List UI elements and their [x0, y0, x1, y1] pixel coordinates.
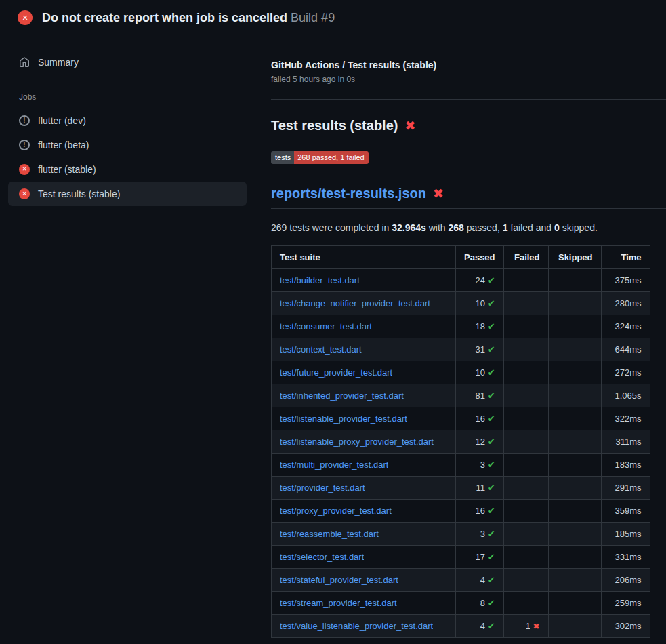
table-row: test/future_provider_test.dart10 ✔272ms — [272, 361, 650, 384]
sidebar-item-label: flutter (stable) — [38, 164, 96, 175]
suite-link[interactable]: test/stream_provider_test.dart — [280, 598, 397, 608]
sidebar-item-flutter-dev[interactable]: ! flutter (dev) — [8, 108, 247, 133]
passed-cell: 11 ✔ — [456, 477, 504, 500]
suite-cell: test/context_test.dart — [272, 338, 456, 361]
sidebar-item-label: flutter (dev) — [38, 115, 86, 126]
table-row: test/value_listenable_provider_test.dart… — [272, 615, 650, 638]
suite-link[interactable]: test/consumer_test.dart — [280, 321, 372, 331]
sidebar-item-test-results-stable[interactable]: ✕ Test results (stable) — [8, 182, 247, 206]
suite-link[interactable]: test/reassemble_test.dart — [280, 529, 379, 539]
passed-cell: 8 ✔ — [456, 592, 504, 615]
column-header-test-suite: Test suite — [272, 246, 456, 269]
suite-link[interactable]: test/listenable_proxy_provider_test.dart — [280, 437, 434, 447]
failed-cell — [503, 269, 548, 292]
suite-link[interactable]: test/future_provider_test.dart — [280, 367, 392, 378]
table-row: test/proxy_provider_test.dart16 ✔359ms — [272, 500, 650, 523]
page-layout: Summary Jobs ! flutter (dev) ! flutter (… — [0, 35, 666, 638]
summary-duration: 32.964s — [392, 222, 426, 233]
suite-link[interactable]: test/context_test.dart — [280, 344, 362, 355]
failed-status-icon: ✕ — [18, 10, 33, 25]
check-icon: ✔ — [488, 598, 495, 608]
skipped-cell — [548, 292, 601, 315]
skipped-cell — [548, 615, 601, 638]
table-header-row: Test suite Passed Failed Skipped Time — [272, 246, 650, 269]
time-cell: 302ms — [601, 615, 650, 638]
suite-cell: test/future_provider_test.dart — [272, 361, 456, 384]
time-cell: 324ms — [601, 315, 650, 338]
suite-cell: test/inherited_provider_test.dart — [272, 384, 456, 407]
failed-cell — [503, 546, 548, 569]
check-icon: ✔ — [488, 460, 495, 470]
sidebar-item-flutter-beta[interactable]: ! flutter (beta) — [8, 133, 247, 157]
passed-cell: 3 ✔ — [456, 523, 504, 546]
check-icon: ✔ — [488, 321, 495, 331]
suite-link[interactable]: test/selector_test.dart — [280, 552, 364, 562]
summary-skipped-count: 0 — [554, 222, 560, 233]
suite-link[interactable]: test/multi_provider_test.dart — [280, 460, 388, 470]
summary-text: failed and — [508, 222, 555, 233]
sidebar-item-summary[interactable]: Summary — [8, 50, 247, 75]
suite-link[interactable]: test/stateful_provider_test.dart — [280, 575, 398, 585]
time-cell: 331ms — [601, 546, 650, 569]
failed-cell — [503, 315, 548, 338]
column-header-time: Time — [601, 246, 650, 269]
time-cell: 291ms — [601, 477, 650, 500]
suite-link[interactable]: test/change_notifier_provider_test.dart — [280, 298, 430, 308]
failed-cell — [503, 292, 548, 315]
passed-cell: 18 ✔ — [456, 315, 504, 338]
suite-link[interactable]: test/provider_test.dart — [280, 483, 365, 493]
suite-cell: test/consumer_test.dart — [272, 315, 456, 338]
table-row: test/listenable_provider_test.dart16 ✔32… — [272, 407, 650, 430]
table-row: test/listenable_proxy_provider_test.dart… — [272, 430, 650, 454]
check-icon: ✔ — [488, 437, 495, 447]
time-cell: 185ms — [601, 523, 650, 546]
suite-link[interactable]: test/builder_test.dart — [280, 275, 360, 285]
table-row: test/multi_provider_test.dart3 ✔183ms — [272, 454, 650, 477]
passed-cell: 10 ✔ — [456, 361, 504, 384]
column-header-skipped: Skipped — [548, 246, 601, 269]
neutral-status-icon: ! — [19, 115, 30, 126]
failed-cell — [503, 338, 548, 361]
table-row: test/consumer_test.dart18 ✔324ms — [272, 315, 650, 338]
failed-status-icon: ✕ — [19, 164, 30, 175]
sidebar-item-flutter-stable[interactable]: ✕ flutter (stable) — [8, 157, 247, 182]
passed-cell: 4 ✔ — [456, 569, 504, 592]
check-icon: ✔ — [488, 367, 495, 378]
table-row: test/provider_test.dart11 ✔291ms — [272, 477, 650, 500]
suite-link[interactable]: test/inherited_provider_test.dart — [280, 390, 404, 401]
suite-cell: test/value_listenable_provider_test.dart — [272, 615, 456, 638]
failed-cell: 1 ✖ — [503, 615, 548, 638]
time-cell: 359ms — [601, 500, 650, 523]
suite-cell: test/builder_test.dart — [272, 269, 456, 292]
check-icon: ✔ — [488, 621, 495, 631]
check-icon: ✔ — [488, 298, 495, 308]
suite-link[interactable]: test/proxy_provider_test.dart — [280, 506, 392, 516]
failed-cell — [503, 477, 548, 500]
passed-cell: 10 ✔ — [456, 292, 504, 315]
skipped-cell — [548, 315, 601, 338]
suite-cell: test/provider_test.dart — [272, 477, 456, 500]
report-link[interactable]: reports/test-results.json — [271, 186, 426, 201]
time-cell: 644ms — [601, 338, 650, 361]
skipped-cell — [548, 407, 601, 430]
suite-link[interactable]: test/listenable_provider_test.dart — [280, 414, 407, 424]
passed-cell: 12 ✔ — [456, 430, 504, 454]
passed-cell: 81 ✔ — [456, 384, 504, 407]
column-header-failed: Failed — [503, 246, 548, 269]
suite-link[interactable]: test/value_listenable_provider_test.dart — [280, 621, 433, 631]
suite-cell: test/change_notifier_provider_test.dart — [272, 292, 456, 315]
table-row: test/reassemble_test.dart3 ✔185ms — [272, 523, 650, 546]
x-icon: ✖ — [433, 187, 444, 200]
suite-cell: test/stateful_provider_test.dart — [272, 569, 456, 592]
x-icon: ✖ — [404, 119, 415, 132]
skipped-cell — [548, 477, 601, 500]
main-content: GitHub Actions / Test results (stable) f… — [255, 35, 666, 638]
passed-cell: 16 ✔ — [456, 500, 504, 523]
table-row: test/stream_provider_test.dart8 ✔259ms — [272, 592, 650, 615]
suite-cell: test/stream_provider_test.dart — [272, 592, 456, 615]
time-cell: 1.065s — [601, 384, 650, 407]
check-icon: ✔ — [488, 414, 495, 424]
suite-cell: test/proxy_provider_test.dart — [272, 500, 456, 523]
column-header-passed: Passed — [456, 246, 504, 269]
page-header: ✕ Do not create report when job is cance… — [0, 0, 666, 35]
